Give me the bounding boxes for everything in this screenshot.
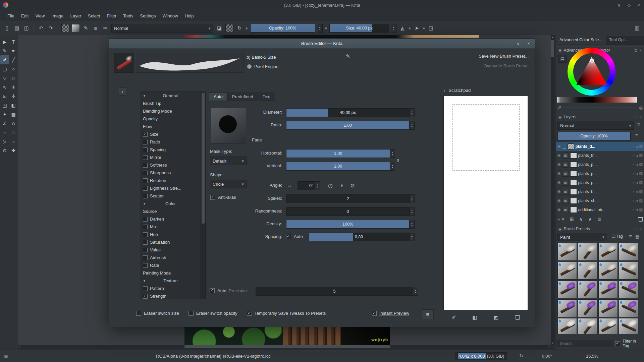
option-checkbox[interactable] xyxy=(143,171,148,175)
reload-preset-icon[interactable]: ↻ xyxy=(236,24,243,32)
add-layer-icon[interactable]: + xyxy=(557,217,560,222)
horizontal-fade-slider[interactable]: 1,00 xyxy=(286,149,395,158)
save-new-preset-button[interactable]: Save New Brush Preset... xyxy=(479,54,529,59)
visibility-icon[interactable]: ◉ xyxy=(557,198,561,203)
menu-item[interactable]: Layer xyxy=(67,12,85,20)
transform-tool[interactable]: ⊡ xyxy=(0,92,9,101)
visibility-icon[interactable]: ◉ xyxy=(557,189,561,194)
layer-style-icon[interactable]: ▨ xyxy=(639,144,643,148)
open-document-icon[interactable]: ▤ xyxy=(13,24,20,32)
spacing-auto-row[interactable]: Auto xyxy=(286,234,303,239)
brush-option-row[interactable]: ▼ Strength xyxy=(140,292,201,299)
assistants-tool[interactable]: ∠ xyxy=(0,119,9,128)
brush-preset-thumbnail[interactable] xyxy=(557,318,577,334)
precision-auto-checkbox[interactable] xyxy=(210,288,215,293)
visibility-icon[interactable]: ◉ xyxy=(557,144,561,148)
spinbox-arrows[interactable] xyxy=(390,149,395,158)
mirror-vertical-icon[interactable]: ➤ xyxy=(413,24,421,32)
vertical-scroll-handle[interactable] xyxy=(551,40,554,57)
option-checkbox[interactable] xyxy=(143,186,148,191)
brush-option-row[interactable]: ▼ Mirror xyxy=(140,154,201,161)
scratchpad-paint-icon[interactable]: ✐ xyxy=(450,313,458,321)
tip-tab[interactable]: Auto xyxy=(209,93,227,101)
density-slider[interactable]: 100% xyxy=(286,220,415,229)
spikes-slider[interactable]: 2 xyxy=(286,194,415,203)
additional_ob...[interactable]: ◉ ▦ additional_ob... ▫ α ▨ xyxy=(556,205,644,214)
measure-tool[interactable]: Δ xyxy=(9,119,18,128)
preset-tag-filter-select[interactable]: Paint xyxy=(557,233,607,241)
precision-auto-row[interactable]: Auto xyxy=(210,288,226,293)
brush-option-row[interactable]: ▼ General xyxy=(140,92,201,100)
angle-flip-icon[interactable]: ↔ xyxy=(286,181,294,189)
brush-option-row[interactable]: ▼ Darken xyxy=(140,215,201,223)
brush-preset-thumbnail[interactable] xyxy=(598,299,618,317)
move-layer-down-icon[interactable]: ∨ xyxy=(579,216,583,222)
lock-icon[interactable]: ▫ xyxy=(633,172,634,176)
brush-preset-thumbnail[interactable] xyxy=(578,299,597,317)
spinbox-arrows[interactable] xyxy=(410,108,415,117)
dialog-titlebar[interactable]: Brush Editor — Krita ∨ × xyxy=(109,39,535,49)
layer-properties-icon[interactable]: ≣ xyxy=(597,216,602,222)
brush-preset-thumbnail[interactable] xyxy=(557,281,577,298)
polyline-tool[interactable]: ◇ xyxy=(9,73,18,82)
options-scroll-handle[interactable] xyxy=(202,93,205,224)
preserve-alpha-icon[interactable] xyxy=(225,24,233,32)
freehand-brush-tool[interactable]: ✐ xyxy=(0,55,9,64)
last-color-icon[interactable]: ◎ xyxy=(639,105,643,110)
brush-option-row[interactable]: ▼ Flow xyxy=(140,123,201,130)
tag-button[interactable]: ❏ Tag xyxy=(612,234,623,239)
blending-mode-select[interactable]: Normal xyxy=(111,24,213,33)
docker-tab[interactable]: Tool Opt... xyxy=(606,36,632,45)
polygonal-selection-tool[interactable]: ▷ xyxy=(0,137,9,146)
lock-icon[interactable]: ▫ xyxy=(633,190,634,194)
view-list-icon[interactable]: ≣ xyxy=(629,234,632,239)
float-docker-icon[interactable]: ⊡ xyxy=(634,48,637,53)
option-checkbox[interactable] xyxy=(143,240,148,245)
line-tool[interactable]: ╱ xyxy=(9,55,18,64)
select-shapes-tool[interactable]: ▶ xyxy=(0,37,9,46)
spinbox-arrows[interactable] xyxy=(410,233,415,241)
brush-preset-thumbnail[interactable] xyxy=(578,262,597,280)
scroll-down-icon[interactable]: ▾ xyxy=(551,342,554,345)
option-checkbox[interactable] xyxy=(143,140,148,144)
brush-preset-thumbnail[interactable] xyxy=(598,262,618,280)
layer-opacity-slider[interactable]: Opacity: 100% xyxy=(557,132,631,140)
brush-option-row[interactable]: ▼ Painting Mode xyxy=(140,269,201,277)
brush-option-row[interactable]: ▼ Opacity xyxy=(140,115,201,123)
alpha-lock-icon[interactable]: α xyxy=(636,144,638,148)
brush-settings-icon[interactable]: ✎ xyxy=(82,24,90,32)
brush-option-row[interactable]: ▼ Airbrush xyxy=(140,254,201,261)
menu-item[interactable]: Edit xyxy=(18,12,32,20)
visibility-icon[interactable]: ◉ xyxy=(557,153,561,158)
spinbox-arrows[interactable] xyxy=(410,220,415,229)
alpha-lock-icon[interactable]: α xyxy=(636,154,638,158)
angle-reset-icon[interactable]: ⊘ xyxy=(348,181,357,189)
alpha-lock-icon[interactable]: α xyxy=(636,199,638,203)
scratchpad-canvas[interactable] xyxy=(443,96,528,310)
alpha-lock-icon[interactable]: α xyxy=(636,190,638,194)
layer-style-icon[interactable]: ▨ xyxy=(639,153,643,158)
eraser-switch-size-checkbox[interactable] xyxy=(136,311,141,316)
choices-icon[interactable]: ≡ xyxy=(92,24,99,32)
canvas-vertical-scrollbar[interactable]: ▴ ▾ xyxy=(551,35,554,345)
gradient-tool[interactable]: ◧ xyxy=(9,101,18,110)
float-docker-icon[interactable]: ⊡ xyxy=(634,227,637,231)
option-checkbox[interactable] xyxy=(143,217,148,222)
ratio-slider[interactable]: 1,00 xyxy=(286,121,415,130)
option-checkbox[interactable] xyxy=(143,194,148,198)
layer-style-icon[interactable]: ▨ xyxy=(639,180,643,185)
scroll-left-icon[interactable]: ◂ xyxy=(19,345,20,349)
engine-radio[interactable] xyxy=(247,64,252,69)
undo-icon[interactable]: ↶ xyxy=(37,24,45,32)
brush-preset-thumbnail[interactable] xyxy=(557,262,577,280)
option-checkbox[interactable] xyxy=(143,232,148,237)
layer-options-icon[interactable]: ≡ xyxy=(635,133,638,138)
menu-item[interactable]: Settings xyxy=(137,12,159,20)
docker-tab[interactable]: Advanced Color Sele... xyxy=(556,36,606,45)
plants_d...[interactable]: ◉ ▦ plants_d... ▫ α ▨ xyxy=(556,142,644,151)
menu-item[interactable]: Filter xyxy=(103,12,120,20)
gradient-swatch[interactable] xyxy=(72,24,80,32)
angle-input[interactable]: 0° xyxy=(298,181,320,190)
chevron-down-icon[interactable] xyxy=(409,26,411,31)
layer-style-icon[interactable]: ▨ xyxy=(639,162,643,167)
